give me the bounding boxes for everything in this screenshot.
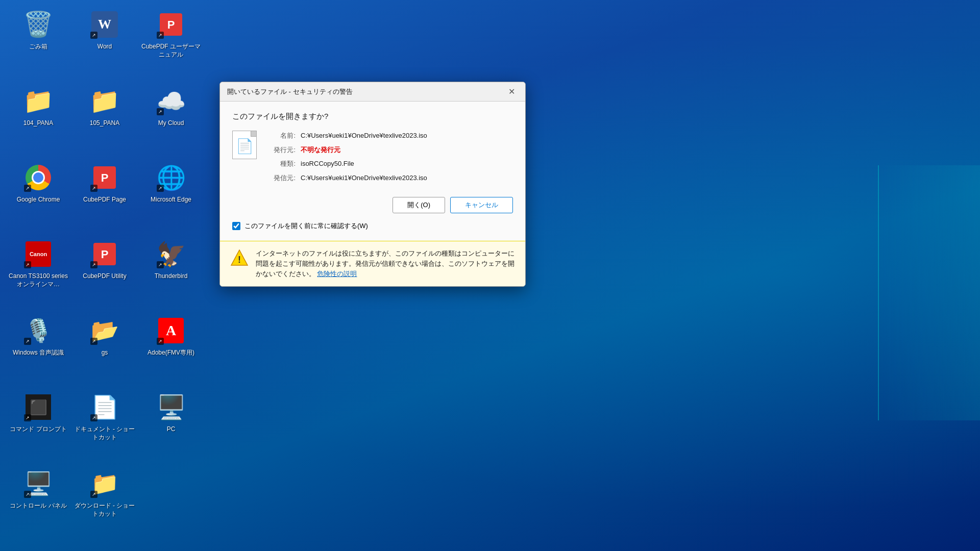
file-info-area: 📄 名前: C:¥Users¥ueki1¥OneDrive¥texlive202… [232, 131, 513, 187]
security-warning-dialog: 開いているファイル - セキュリティの警告 ✕ このファイルを開きますか? 📄 … [219, 82, 526, 287]
dialog-footer: ! インターネットのファイルは役に立ちますが、このファイルの種類はコンピューター… [220, 241, 525, 286]
from-value: C:¥Users¥ueki1¥OneDrive¥texlive2023.iso [301, 173, 427, 183]
type-row: 種類: isoRCCopy50.File [265, 159, 513, 169]
warning-icon-box: ! [230, 248, 249, 267]
dialog-buttons: 開く(O) キャンセル [232, 197, 513, 213]
cancel-button[interactable]: キャンセル [450, 197, 513, 213]
dialog-body: このファイルを開きますか? 📄 名前: C:¥Users¥ueki1¥OneDr… [220, 102, 525, 241]
publisher-value: 不明な発行元 [301, 145, 340, 155]
footer-text-content: インターネットのファイルは役に立ちますが、このファイルの種類はコンピューターに問… [256, 250, 514, 278]
dialog-titlebar: 開いているファイル - セキュリティの警告 ✕ [220, 82, 525, 102]
warning-triangle-icon: ! [230, 248, 249, 267]
file-name-value: C:¥Users¥ueki1¥OneDrive¥texlive2023.iso [301, 131, 427, 141]
open-button[interactable]: 開く(O) [393, 197, 445, 213]
publisher-row: 発行元: 不明な発行元 [265, 145, 513, 155]
publisher-label: 発行元: [265, 145, 296, 155]
dialog-overlay: 開いているファイル - セキュリティの警告 ✕ このファイルを開きますか? 📄 … [0, 0, 980, 551]
file-details: 名前: C:¥Users¥ueki1¥OneDrive¥texlive2023.… [265, 131, 513, 187]
dialog-question: このファイルを開きますか? [232, 112, 513, 121]
dialog-title: 開いているファイル - セキュリティの警告 [227, 87, 353, 96]
footer-text: インターネットのファイルは役に立ちますが、このファイルの種類はコンピューターに問… [256, 248, 515, 279]
type-label: 種類: [265, 159, 296, 169]
always-confirm-checkbox[interactable] [232, 222, 240, 230]
danger-explanation-link[interactable]: 危険性の説明 [317, 270, 357, 278]
always-confirm-label[interactable]: このファイルを開く前に常に確認する(W) [244, 221, 368, 231]
type-value: isoRCCopy50.File [301, 159, 354, 169]
from-label: 発信元: [265, 173, 296, 183]
file-name-row: 名前: C:¥Users¥ueki1¥OneDrive¥texlive2023.… [265, 131, 513, 141]
file-name-label: 名前: [265, 131, 296, 141]
svg-text:!: ! [238, 255, 241, 265]
file-icon: 📄 [232, 131, 257, 159]
dialog-close-button[interactable]: ✕ [505, 85, 518, 98]
from-row: 発信元: C:¥Users¥ueki1¥OneDrive¥texlive2023… [265, 173, 513, 183]
checkbox-row: このファイルを開く前に常に確認する(W) [232, 221, 513, 231]
